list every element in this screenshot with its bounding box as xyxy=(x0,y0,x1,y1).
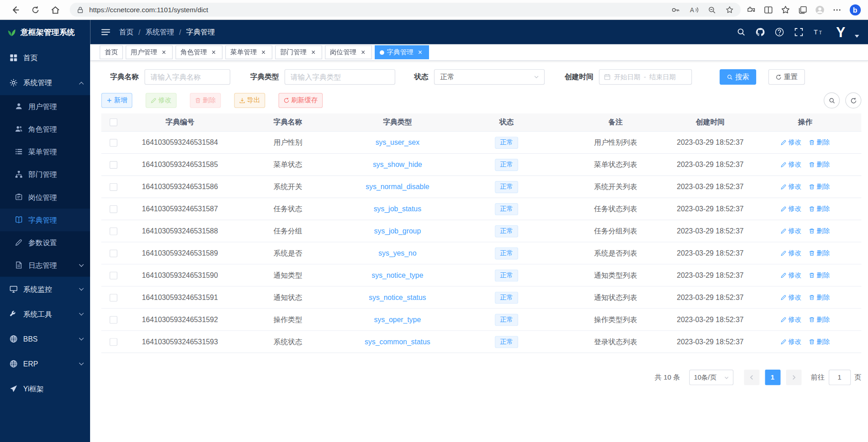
github-icon[interactable] xyxy=(755,27,765,37)
toggle-search-button[interactable] xyxy=(824,92,839,108)
sidebar-item-bbs[interactable]: BBS xyxy=(0,327,90,352)
dict-type-link[interactable]: sys_notice_type xyxy=(372,271,423,279)
sidebar-item-system-monitor[interactable]: 系统监控 xyxy=(0,277,90,302)
bing-sidebar-icon[interactable] xyxy=(849,4,861,16)
row-checkbox[interactable] xyxy=(110,249,117,257)
row-edit-button[interactable]: 修改 xyxy=(781,138,801,147)
tab-post-management[interactable]: 岗位管理 × xyxy=(325,45,372,59)
read-aloud-icon[interactable] xyxy=(689,5,699,14)
row-edit-button[interactable]: 修改 xyxy=(781,204,801,214)
row-edit-button[interactable]: 修改 xyxy=(781,160,801,170)
row-delete-button[interactable]: 删除 xyxy=(809,315,830,324)
user-brand-logo[interactable]: Y xyxy=(836,25,844,39)
row-delete-button[interactable]: 删除 xyxy=(809,138,830,147)
row-checkbox[interactable] xyxy=(110,161,117,168)
prev-page-button[interactable] xyxy=(744,370,759,385)
close-icon[interactable]: × xyxy=(260,48,267,56)
address-bar[interactable]: https://ccnetcore.com:1101/system/dict xyxy=(70,3,741,17)
row-delete-button[interactable]: 删除 xyxy=(809,248,830,258)
zoom-out-icon[interactable] xyxy=(707,5,716,14)
refresh-cache-button[interactable]: 刷新缓存 xyxy=(278,93,323,108)
tab-dict-management[interactable]: 字典管理 × xyxy=(375,45,429,59)
hamburger-icon[interactable] xyxy=(101,27,111,37)
refresh-table-button[interactable] xyxy=(845,92,861,108)
row-edit-button[interactable]: 修改 xyxy=(781,248,801,258)
dict-type-link[interactable]: sys_normal_disable xyxy=(366,183,429,191)
row-edit-button[interactable]: 修改 xyxy=(781,271,801,280)
dict-type-input[interactable] xyxy=(285,69,396,85)
select-all-checkbox[interactable] xyxy=(110,119,117,126)
tab-user-management[interactable]: 用户管理 × xyxy=(126,45,173,59)
sidebar-item-menu-management[interactable]: 菜单管理 xyxy=(0,141,90,163)
browser-back-button[interactable] xyxy=(7,2,24,17)
close-icon[interactable]: × xyxy=(160,48,168,56)
add-favorite-star-icon[interactable] xyxy=(725,5,734,14)
row-delete-button[interactable]: 删除 xyxy=(809,160,830,170)
close-icon[interactable]: × xyxy=(310,48,317,56)
row-edit-button[interactable]: 修改 xyxy=(781,315,801,324)
row-edit-button[interactable]: 修改 xyxy=(781,337,801,347)
dict-type-link[interactable]: sys_notice_status xyxy=(369,293,426,301)
row-checkbox[interactable] xyxy=(110,138,117,146)
row-delete-button[interactable]: 删除 xyxy=(809,204,830,214)
search-button[interactable]: 搜索 xyxy=(720,69,756,85)
sidebar-item-erp[interactable]: ERP xyxy=(0,352,90,376)
favorites-icon[interactable] xyxy=(781,5,791,14)
row-edit-button[interactable]: 修改 xyxy=(781,293,801,302)
page-size-select[interactable]: 10条/页 xyxy=(689,370,733,385)
row-checkbox[interactable] xyxy=(110,294,117,301)
browser-home-button[interactable] xyxy=(47,2,64,17)
reset-button[interactable]: 重置 xyxy=(768,69,805,85)
next-page-button[interactable] xyxy=(786,370,801,385)
breadcrumb-home[interactable]: 首页 xyxy=(119,27,134,37)
row-delete-button[interactable]: 删除 xyxy=(809,226,830,236)
row-delete-button[interactable]: 删除 xyxy=(809,182,830,191)
app-logo[interactable]: 意框架管理系统 xyxy=(0,20,90,45)
sidebar-item-system-management[interactable]: 系统管理 xyxy=(0,70,90,95)
export-button[interactable]: 导出 xyxy=(234,93,265,108)
close-icon[interactable]: × xyxy=(359,48,367,56)
dict-type-link[interactable]: sys_oper_type xyxy=(374,315,421,323)
row-checkbox[interactable] xyxy=(110,338,117,346)
row-delete-button[interactable]: 删除 xyxy=(809,271,830,280)
dict-name-input[interactable] xyxy=(144,69,230,85)
row-checkbox[interactable] xyxy=(110,271,117,279)
dict-type-link[interactable]: sys_user_sex xyxy=(376,138,420,147)
edit-button[interactable]: 修改 xyxy=(146,93,176,108)
goto-page-input[interactable] xyxy=(829,370,851,385)
profile-avatar[interactable] xyxy=(815,5,825,14)
tab-role-management[interactable]: 角色管理 × xyxy=(176,45,223,59)
page-number-1[interactable]: 1 xyxy=(765,370,780,385)
dict-type-link[interactable]: sys_yes_no xyxy=(378,249,416,257)
status-select[interactable]: 正常 xyxy=(434,69,545,85)
row-edit-button[interactable]: 修改 xyxy=(781,182,801,191)
sidebar-item-system-tools[interactable]: 系统工具 xyxy=(0,302,90,327)
breadcrumb-system-management[interactable]: 系统管理 xyxy=(145,27,174,37)
dict-type-link[interactable]: sys_job_status xyxy=(374,205,421,213)
date-range-picker[interactable]: 开始日期 - 结束日期 xyxy=(599,69,692,85)
sidebar-item-dict-management[interactable]: 字典管理 xyxy=(0,209,90,231)
row-checkbox[interactable] xyxy=(110,183,117,190)
dict-type-link[interactable]: sys_common_status xyxy=(365,337,430,346)
tab-home[interactable]: 首页 xyxy=(100,45,123,59)
tab-dept-management[interactable]: 部门管理 × xyxy=(275,45,322,59)
dict-type-link[interactable]: sys_show_hide xyxy=(373,161,422,169)
sidebar-item-dept-management[interactable]: 部门管理 xyxy=(0,163,90,186)
row-delete-button[interactable]: 删除 xyxy=(809,293,830,302)
add-button[interactable]: 新增 xyxy=(101,93,132,108)
row-delete-button[interactable]: 删除 xyxy=(809,337,830,347)
split-screen-icon[interactable] xyxy=(763,5,773,14)
tab-menu-management[interactable]: 菜单管理 × xyxy=(225,45,272,59)
delete-button[interactable]: 删除 xyxy=(190,93,221,108)
sidebar-item-post-management[interactable]: 岗位管理 xyxy=(0,186,90,209)
row-checkbox[interactable] xyxy=(110,316,117,323)
dict-type-link[interactable]: sys_job_group xyxy=(374,227,421,235)
font-size-icon[interactable] xyxy=(813,27,823,37)
help-icon[interactable] xyxy=(775,27,785,37)
browser-refresh-button[interactable] xyxy=(27,2,44,17)
browser-menu-icon[interactable] xyxy=(832,5,842,14)
search-icon[interactable] xyxy=(737,28,746,37)
extensions-icon[interactable] xyxy=(746,5,756,14)
saved-password-key-icon[interactable] xyxy=(671,5,680,14)
collections-icon[interactable] xyxy=(798,5,808,14)
